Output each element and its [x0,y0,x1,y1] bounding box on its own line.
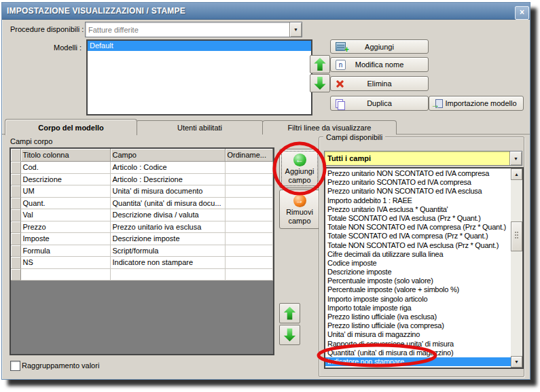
field-move-down-button[interactable] [279,325,300,345]
available-field-item[interactable]: Totale SCONTATO ed IVA compresa (Prz * Q… [325,232,511,240]
table-cell [225,233,273,245]
available-field-item[interactable]: Quantita' (unita' di misura di magazzino… [325,349,511,357]
field-filter-dropdown-button[interactable]: ▼ [509,152,522,165]
scroll-down-button[interactable]: ▼ [511,356,522,368]
models-label: Modelli : [54,43,82,52]
row-selector[interactable] [11,162,20,174]
available-field-item[interactable]: Prezzo unitario NON SCONTATO ed IVA comp… [325,169,511,178]
table-row[interactable]: ValDescrizione divisa / valuta [11,209,273,221]
delete-icon [336,79,344,88]
available-field-item[interactable]: Indicatore non stampare [325,357,511,366]
available-field-item[interactable]: Importo addebito 1 : RAEE [325,196,511,205]
column-header[interactable]: Titolo colonna [20,149,110,162]
available-field-item[interactable]: Rapporto di conversione unita' di misura [325,340,511,349]
row-selector[interactable] [11,245,20,257]
table-row[interactable]: Cod.Articolo : Codice [11,162,273,174]
scroll-up-button[interactable]: ▲ [511,168,522,180]
green-arrow-down-icon [284,328,296,342]
triangle-up-icon: ▲ [514,172,519,177]
column-header[interactable]: Ordiname... [225,149,273,162]
table-cell [225,268,273,281]
scrollbar[interactable]: ▲ ▼ [511,168,522,368]
available-field-item[interactable]: Descrizione imposte [325,268,511,277]
tab-utenti-abilitati[interactable]: Utenti abilitati [136,120,264,135]
available-field-item[interactable]: Totale SCONTATO ed IVA esclusa (Prz * Qu… [325,214,511,223]
table-cell: Descrizione [20,173,110,185]
models-listbox[interactable]: Default [86,39,312,115]
row-selector[interactable] [11,221,20,233]
table-cell: Unita' di misura documento [110,185,225,198]
field-move-up-button[interactable] [279,303,300,323]
model-item[interactable]: Default [88,41,311,51]
row-selector[interactable] [11,185,20,198]
import-model-button[interactable]: → Importazione modello [429,96,524,111]
duplicate-model-button[interactable]: Duplica [330,96,429,111]
table-cell: Script/formula [110,245,225,257]
tab-corpo-del-modello[interactable]: Corpo del modello [5,119,137,135]
table-cell [225,221,273,233]
row-selector[interactable] [11,268,20,281]
table-cell: Descrizione imposte [110,233,225,245]
add-model-icon: + [336,42,346,51]
available-field-item[interactable]: Prezzo unitario NON SCONTATO ed IVA escl… [325,187,511,196]
row-selector[interactable] [11,233,20,245]
available-field-item[interactable]: Importo imposte singolo articolo [325,295,511,304]
procedures-combobox[interactable]: Fatture differite ▼ [85,22,302,37]
row-selector[interactable] [11,197,20,209]
table-cell: Descrizione divisa / valuta [110,209,225,221]
remove-field-button[interactable]: → Rimuovi campo [279,190,320,229]
available-field-item[interactable]: Percentuale imposte (valore + simbolo %) [325,285,511,294]
table-row[interactable]: PrezzoPrezzo unitario iva esclusa [11,221,273,233]
available-field-item[interactable]: Prezzo unitario IVA esclusa * Quantita' [325,205,511,214]
close-button[interactable]: × [515,6,529,20]
available-field-item[interactable]: Totale NON SCONTATO ed IVA compresa (Prz… [325,223,511,232]
remove-field-label-2: campo [288,217,310,225]
procedures-dropdown-button[interactable]: ▼ [289,22,302,37]
procedures-value: Fatture differite [86,26,289,34]
model-move-up-button[interactable] [310,55,330,73]
rename-model-button[interactable]: n Modifica nome [330,57,429,72]
table-row[interactable]: NSIndicatore non stampare [11,257,273,269]
grouping-checkbox-label: Raggruppamento valori [22,361,99,370]
grouping-checkbox[interactable] [10,361,20,371]
tab-filtri-linee-da-visualizzare[interactable]: Filtri linee da visualizzare [262,120,397,135]
available-field-item[interactable]: Prezzo unitario SCONTATO ed IVA compresa [325,178,511,187]
add-field-label-1: Aggiungi [285,167,314,175]
table-row[interactable]: DescrizioneArticolo : Descrizione [11,173,273,185]
add-model-button[interactable]: + Aggiungi [330,39,429,54]
add-field-button[interactable]: ← Aggiungi campo [279,149,320,188]
table-cell: Quantita' (unita' di misura docu... [110,197,225,209]
duplicate-label: Duplica [367,99,392,107]
scrollbar-thumb[interactable] [511,221,522,251]
available-fields-group-label: Campi disponibili [323,133,385,141]
table-row[interactable]: UMUnita' di misura documento [11,185,273,198]
green-arrow-down-icon [314,77,326,90]
close-icon: × [520,7,524,17]
available-field-item[interactable]: Prezzo listino ufficiale (iva esclusa) [325,313,511,321]
add-model-label: Aggiungi [365,43,394,51]
table-row[interactable]: ImposteDescrizione imposte [11,233,273,245]
table-row[interactable]: Quant.Quantita' (unita' di misura docu..… [11,197,273,209]
available-field-item[interactable]: Codice imposte [325,259,511,268]
available-field-item[interactable]: Unita' di misura di magazzino [325,330,511,339]
available-field-item[interactable]: Prezzo listino ufficiale (iva compresa) [325,321,511,330]
field-filter-value: Tutti i campi [325,154,509,162]
available-field-item[interactable]: Cifre decimali da utilizzare sulla linea [325,250,511,259]
available-field-item[interactable]: Totale NON SCONTATO ed IVA esclusa (Prz … [325,241,511,250]
chevron-down-icon: ▼ [293,27,298,32]
available-field-item[interactable]: Percentuale imposte (solo valore) [325,277,511,285]
available-field-item[interactable]: Importo totale imposte riga [325,304,511,313]
row-selector[interactable] [11,257,20,269]
add-field-arrow-icon: ← [293,154,306,166]
row-selector[interactable] [11,173,20,185]
row-selector[interactable] [11,209,20,221]
field-filter-combobox[interactable]: Tutti i campi ▼ [324,151,522,166]
delete-model-button[interactable]: Elimina [330,76,429,91]
table-cell: Quant. [20,197,110,209]
table-cell: Prezzo unitario iva esclusa [110,221,225,233]
column-header[interactable]: Campo [110,149,225,162]
table-row[interactable]: FormulaScript/formula [11,245,273,257]
model-move-down-button[interactable] [310,74,330,92]
procedures-label: Procedure disponibili : [10,25,84,33]
table-row[interactable] [11,268,273,281]
